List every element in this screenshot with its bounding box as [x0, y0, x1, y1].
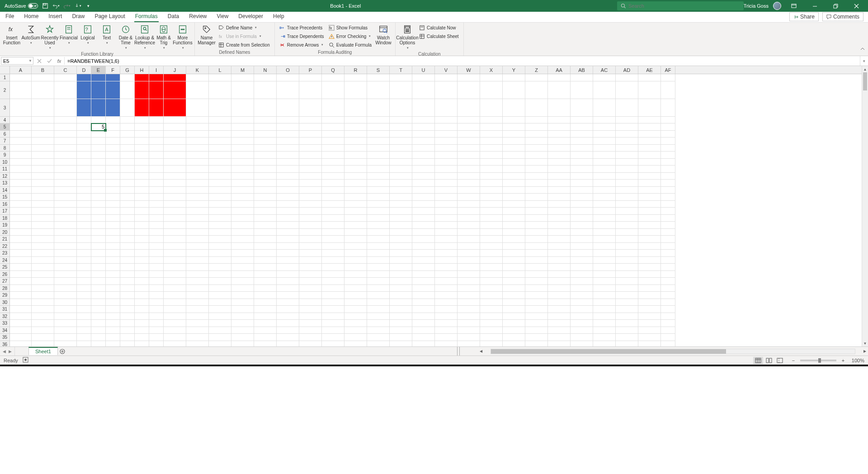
cell-L33[interactable] — [209, 320, 231, 327]
cell-N8[interactable] — [254, 145, 277, 152]
cell-K27[interactable] — [186, 278, 209, 285]
cell-Q17[interactable] — [322, 208, 344, 215]
cell-B18[interactable] — [32, 215, 54, 222]
cell-E6[interactable] — [91, 131, 106, 138]
cell-E26[interactable] — [91, 271, 106, 278]
cell-S32[interactable] — [367, 313, 390, 320]
cell-V2[interactable] — [435, 81, 458, 99]
cell-L29[interactable] — [209, 292, 231, 299]
cell-C22[interactable] — [54, 243, 77, 250]
cell-M14[interactable] — [231, 187, 254, 194]
cell-F11[interactable] — [106, 166, 120, 173]
cell-C20[interactable] — [54, 229, 77, 236]
cell-B1[interactable] — [32, 74, 54, 81]
cell-U29[interactable] — [412, 292, 435, 299]
cell-Y18[interactable] — [503, 215, 525, 222]
maximize-icon[interactable] — [827, 0, 844, 12]
cell-T23[interactable] — [390, 250, 412, 257]
cell-AD8[interactable] — [616, 145, 638, 152]
zoom-out-button[interactable]: − — [790, 358, 797, 363]
cell-G15[interactable] — [120, 194, 135, 201]
cell-N30[interactable] — [254, 299, 277, 306]
cell-D32[interactable] — [77, 313, 91, 320]
cell-C29[interactable] — [54, 292, 77, 299]
row-header-13[interactable]: 13 — [0, 180, 9, 187]
cell-AE36[interactable] — [638, 341, 661, 347]
cell-A17[interactable] — [10, 208, 32, 215]
lookup-reference-button[interactable]: Lookup &Reference▾ — [136, 24, 154, 51]
cell-K20[interactable] — [186, 229, 209, 236]
cell-V21[interactable] — [435, 236, 458, 243]
cell-J28[interactable] — [164, 285, 186, 292]
cell-J34[interactable] — [164, 327, 186, 334]
cell-C17[interactable] — [54, 208, 77, 215]
cell-V22[interactable] — [435, 243, 458, 250]
cell-W16[interactable] — [458, 201, 480, 208]
cell-X3[interactable] — [480, 99, 503, 117]
cell-E35[interactable] — [91, 334, 106, 341]
cell-O15[interactable] — [277, 194, 299, 201]
cell-Q9[interactable] — [322, 152, 344, 159]
cell-AB34[interactable] — [571, 327, 593, 334]
cell-V20[interactable] — [435, 229, 458, 236]
cell-A36[interactable] — [10, 341, 32, 347]
cell-Z4[interactable] — [525, 117, 548, 124]
cell-D3[interactable] — [77, 99, 91, 117]
cell-M23[interactable] — [231, 250, 254, 257]
cell-L6[interactable] — [209, 131, 231, 138]
expand-formula-bar-icon[interactable]: ▾ — [860, 56, 868, 66]
cell-H23[interactable] — [135, 250, 149, 257]
cell-E20[interactable] — [91, 229, 106, 236]
sheet-nav-next-icon[interactable]: ▶ — [9, 349, 12, 354]
cell-T11[interactable] — [390, 166, 412, 173]
cell-R18[interactable] — [344, 215, 367, 222]
cell-H6[interactable] — [135, 131, 149, 138]
cell-AB25[interactable] — [571, 264, 593, 271]
cell-Z19[interactable] — [525, 222, 548, 229]
cell-AC29[interactable] — [593, 292, 616, 299]
cell-S29[interactable] — [367, 292, 390, 299]
cell-V8[interactable] — [435, 145, 458, 152]
cell-W33[interactable] — [458, 320, 480, 327]
cell-F4[interactable] — [106, 117, 120, 124]
cell-P31[interactable] — [299, 306, 322, 313]
cell-V3[interactable] — [435, 99, 458, 117]
cell-G2[interactable] — [120, 81, 135, 99]
cell-H3[interactable] — [135, 99, 149, 117]
cell-H1[interactable] — [135, 74, 149, 81]
cell-K18[interactable] — [186, 215, 209, 222]
cell-Z7[interactable] — [525, 137, 548, 145]
cell-T35[interactable] — [390, 334, 412, 341]
cell-H31[interactable] — [135, 306, 149, 313]
cell-AF8[interactable] — [661, 145, 675, 152]
cell-X13[interactable] — [480, 180, 503, 187]
cell-B7[interactable] — [32, 137, 54, 145]
cell-L12[interactable] — [209, 173, 231, 180]
cell-D23[interactable] — [77, 250, 91, 257]
cell-G31[interactable] — [120, 306, 135, 313]
cell-W2[interactable] — [458, 81, 480, 99]
cell-V18[interactable] — [435, 215, 458, 222]
cell-S19[interactable] — [367, 222, 390, 229]
cell-B21[interactable] — [32, 236, 54, 243]
row-header-16[interactable]: 16 — [0, 201, 9, 208]
col-header-V[interactable]: V — [435, 66, 458, 74]
cell-Y30[interactable] — [503, 299, 525, 306]
cell-Q1[interactable] — [322, 74, 344, 81]
cell-Z28[interactable] — [525, 285, 548, 292]
cell-F30[interactable] — [106, 299, 120, 306]
cell-B8[interactable] — [32, 145, 54, 152]
cell-G5[interactable] — [120, 123, 135, 131]
cell-I6[interactable] — [149, 131, 164, 138]
cell-AE16[interactable] — [638, 201, 661, 208]
cell-O33[interactable] — [277, 320, 299, 327]
cell-C26[interactable] — [54, 271, 77, 278]
cell-S7[interactable] — [367, 137, 390, 145]
cell-B9[interactable] — [32, 152, 54, 159]
cell-G32[interactable] — [120, 313, 135, 320]
cell-S21[interactable] — [367, 236, 390, 243]
cell-AD35[interactable] — [616, 334, 638, 341]
cell-C25[interactable] — [54, 264, 77, 271]
cell-AA36[interactable] — [548, 341, 571, 347]
cell-S2[interactable] — [367, 81, 390, 99]
